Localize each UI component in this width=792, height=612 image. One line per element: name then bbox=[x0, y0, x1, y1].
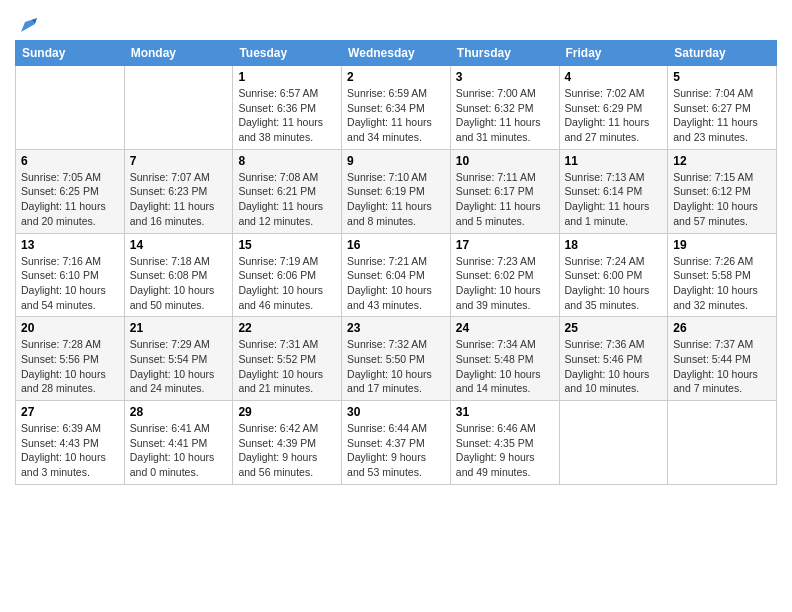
day-number: 16 bbox=[347, 238, 445, 252]
day-info: Sunrise: 7:34 AM Sunset: 5:48 PM Dayligh… bbox=[456, 337, 554, 396]
day-info: Sunrise: 7:36 AM Sunset: 5:46 PM Dayligh… bbox=[565, 337, 663, 396]
calendar-cell: 31Sunrise: 6:46 AM Sunset: 4:35 PM Dayli… bbox=[450, 401, 559, 485]
day-number: 31 bbox=[456, 405, 554, 419]
day-number: 12 bbox=[673, 154, 771, 168]
day-number: 17 bbox=[456, 238, 554, 252]
day-info: Sunrise: 6:59 AM Sunset: 6:34 PM Dayligh… bbox=[347, 86, 445, 145]
day-number: 9 bbox=[347, 154, 445, 168]
day-number: 3 bbox=[456, 70, 554, 84]
day-number: 24 bbox=[456, 321, 554, 335]
calendar-cell: 15Sunrise: 7:19 AM Sunset: 6:06 PM Dayli… bbox=[233, 233, 342, 317]
day-info: Sunrise: 7:18 AM Sunset: 6:08 PM Dayligh… bbox=[130, 254, 228, 313]
day-number: 5 bbox=[673, 70, 771, 84]
calendar-header-row: SundayMondayTuesdayWednesdayThursdayFrid… bbox=[16, 41, 777, 66]
day-info: Sunrise: 6:46 AM Sunset: 4:35 PM Dayligh… bbox=[456, 421, 554, 480]
calendar-cell: 2Sunrise: 6:59 AM Sunset: 6:34 PM Daylig… bbox=[342, 66, 451, 150]
day-number: 19 bbox=[673, 238, 771, 252]
day-number: 11 bbox=[565, 154, 663, 168]
day-info: Sunrise: 6:42 AM Sunset: 4:39 PM Dayligh… bbox=[238, 421, 336, 480]
calendar-cell: 21Sunrise: 7:29 AM Sunset: 5:54 PM Dayli… bbox=[124, 317, 233, 401]
day-info: Sunrise: 6:39 AM Sunset: 4:43 PM Dayligh… bbox=[21, 421, 119, 480]
day-number: 25 bbox=[565, 321, 663, 335]
calendar-cell: 1Sunrise: 6:57 AM Sunset: 6:36 PM Daylig… bbox=[233, 66, 342, 150]
day-info: Sunrise: 7:15 AM Sunset: 6:12 PM Dayligh… bbox=[673, 170, 771, 229]
calendar-header-friday: Friday bbox=[559, 41, 668, 66]
calendar-cell: 13Sunrise: 7:16 AM Sunset: 6:10 PM Dayli… bbox=[16, 233, 125, 317]
day-info: Sunrise: 7:02 AM Sunset: 6:29 PM Dayligh… bbox=[565, 86, 663, 145]
logo bbox=[15, 14, 39, 36]
day-number: 4 bbox=[565, 70, 663, 84]
calendar-cell: 18Sunrise: 7:24 AM Sunset: 6:00 PM Dayli… bbox=[559, 233, 668, 317]
calendar-cell: 22Sunrise: 7:31 AM Sunset: 5:52 PM Dayli… bbox=[233, 317, 342, 401]
calendar-cell: 27Sunrise: 6:39 AM Sunset: 4:43 PM Dayli… bbox=[16, 401, 125, 485]
day-number: 10 bbox=[456, 154, 554, 168]
day-info: Sunrise: 6:57 AM Sunset: 6:36 PM Dayligh… bbox=[238, 86, 336, 145]
day-number: 21 bbox=[130, 321, 228, 335]
calendar-cell: 23Sunrise: 7:32 AM Sunset: 5:50 PM Dayli… bbox=[342, 317, 451, 401]
day-info: Sunrise: 7:37 AM Sunset: 5:44 PM Dayligh… bbox=[673, 337, 771, 396]
day-number: 13 bbox=[21, 238, 119, 252]
day-info: Sunrise: 7:21 AM Sunset: 6:04 PM Dayligh… bbox=[347, 254, 445, 313]
day-info: Sunrise: 6:41 AM Sunset: 4:41 PM Dayligh… bbox=[130, 421, 228, 480]
day-info: Sunrise: 7:23 AM Sunset: 6:02 PM Dayligh… bbox=[456, 254, 554, 313]
day-info: Sunrise: 7:11 AM Sunset: 6:17 PM Dayligh… bbox=[456, 170, 554, 229]
calendar-cell: 19Sunrise: 7:26 AM Sunset: 5:58 PM Dayli… bbox=[668, 233, 777, 317]
calendar-week-row: 1Sunrise: 6:57 AM Sunset: 6:36 PM Daylig… bbox=[16, 66, 777, 150]
day-number: 30 bbox=[347, 405, 445, 419]
day-info: Sunrise: 7:32 AM Sunset: 5:50 PM Dayligh… bbox=[347, 337, 445, 396]
day-number: 7 bbox=[130, 154, 228, 168]
day-info: Sunrise: 7:07 AM Sunset: 6:23 PM Dayligh… bbox=[130, 170, 228, 229]
day-info: Sunrise: 7:19 AM Sunset: 6:06 PM Dayligh… bbox=[238, 254, 336, 313]
calendar-cell bbox=[668, 401, 777, 485]
day-number: 27 bbox=[21, 405, 119, 419]
day-info: Sunrise: 7:29 AM Sunset: 5:54 PM Dayligh… bbox=[130, 337, 228, 396]
calendar-cell: 3Sunrise: 7:00 AM Sunset: 6:32 PM Daylig… bbox=[450, 66, 559, 150]
day-info: Sunrise: 7:26 AM Sunset: 5:58 PM Dayligh… bbox=[673, 254, 771, 313]
day-info: Sunrise: 7:16 AM Sunset: 6:10 PM Dayligh… bbox=[21, 254, 119, 313]
calendar-cell: 24Sunrise: 7:34 AM Sunset: 5:48 PM Dayli… bbox=[450, 317, 559, 401]
logo-icon bbox=[17, 14, 39, 36]
calendar-cell: 28Sunrise: 6:41 AM Sunset: 4:41 PM Dayli… bbox=[124, 401, 233, 485]
day-number: 26 bbox=[673, 321, 771, 335]
calendar-cell: 17Sunrise: 7:23 AM Sunset: 6:02 PM Dayli… bbox=[450, 233, 559, 317]
calendar-cell: 20Sunrise: 7:28 AM Sunset: 5:56 PM Dayli… bbox=[16, 317, 125, 401]
day-number: 22 bbox=[238, 321, 336, 335]
calendar-cell: 7Sunrise: 7:07 AM Sunset: 6:23 PM Daylig… bbox=[124, 149, 233, 233]
calendar-cell: 16Sunrise: 7:21 AM Sunset: 6:04 PM Dayli… bbox=[342, 233, 451, 317]
day-info: Sunrise: 7:05 AM Sunset: 6:25 PM Dayligh… bbox=[21, 170, 119, 229]
calendar-header-tuesday: Tuesday bbox=[233, 41, 342, 66]
page-header bbox=[15, 10, 777, 36]
calendar-cell: 6Sunrise: 7:05 AM Sunset: 6:25 PM Daylig… bbox=[16, 149, 125, 233]
day-number: 28 bbox=[130, 405, 228, 419]
calendar-week-row: 6Sunrise: 7:05 AM Sunset: 6:25 PM Daylig… bbox=[16, 149, 777, 233]
day-number: 14 bbox=[130, 238, 228, 252]
day-info: Sunrise: 7:04 AM Sunset: 6:27 PM Dayligh… bbox=[673, 86, 771, 145]
calendar-cell: 9Sunrise: 7:10 AM Sunset: 6:19 PM Daylig… bbox=[342, 149, 451, 233]
calendar-cell bbox=[124, 66, 233, 150]
day-number: 8 bbox=[238, 154, 336, 168]
calendar-cell bbox=[559, 401, 668, 485]
day-info: Sunrise: 7:28 AM Sunset: 5:56 PM Dayligh… bbox=[21, 337, 119, 396]
day-info: Sunrise: 7:31 AM Sunset: 5:52 PM Dayligh… bbox=[238, 337, 336, 396]
calendar-header-sunday: Sunday bbox=[16, 41, 125, 66]
day-number: 15 bbox=[238, 238, 336, 252]
calendar-cell: 26Sunrise: 7:37 AM Sunset: 5:44 PM Dayli… bbox=[668, 317, 777, 401]
day-number: 1 bbox=[238, 70, 336, 84]
calendar-cell: 14Sunrise: 7:18 AM Sunset: 6:08 PM Dayli… bbox=[124, 233, 233, 317]
calendar-cell: 12Sunrise: 7:15 AM Sunset: 6:12 PM Dayli… bbox=[668, 149, 777, 233]
day-number: 23 bbox=[347, 321, 445, 335]
calendar-table: SundayMondayTuesdayWednesdayThursdayFrid… bbox=[15, 40, 777, 485]
day-number: 2 bbox=[347, 70, 445, 84]
day-info: Sunrise: 7:13 AM Sunset: 6:14 PM Dayligh… bbox=[565, 170, 663, 229]
calendar-cell: 5Sunrise: 7:04 AM Sunset: 6:27 PM Daylig… bbox=[668, 66, 777, 150]
calendar-week-row: 13Sunrise: 7:16 AM Sunset: 6:10 PM Dayli… bbox=[16, 233, 777, 317]
day-number: 29 bbox=[238, 405, 336, 419]
calendar-header-saturday: Saturday bbox=[668, 41, 777, 66]
calendar-header-thursday: Thursday bbox=[450, 41, 559, 66]
calendar-cell: 30Sunrise: 6:44 AM Sunset: 4:37 PM Dayli… bbox=[342, 401, 451, 485]
calendar-cell bbox=[16, 66, 125, 150]
calendar-cell: 25Sunrise: 7:36 AM Sunset: 5:46 PM Dayli… bbox=[559, 317, 668, 401]
day-number: 18 bbox=[565, 238, 663, 252]
calendar-cell: 10Sunrise: 7:11 AM Sunset: 6:17 PM Dayli… bbox=[450, 149, 559, 233]
calendar-cell: 8Sunrise: 7:08 AM Sunset: 6:21 PM Daylig… bbox=[233, 149, 342, 233]
